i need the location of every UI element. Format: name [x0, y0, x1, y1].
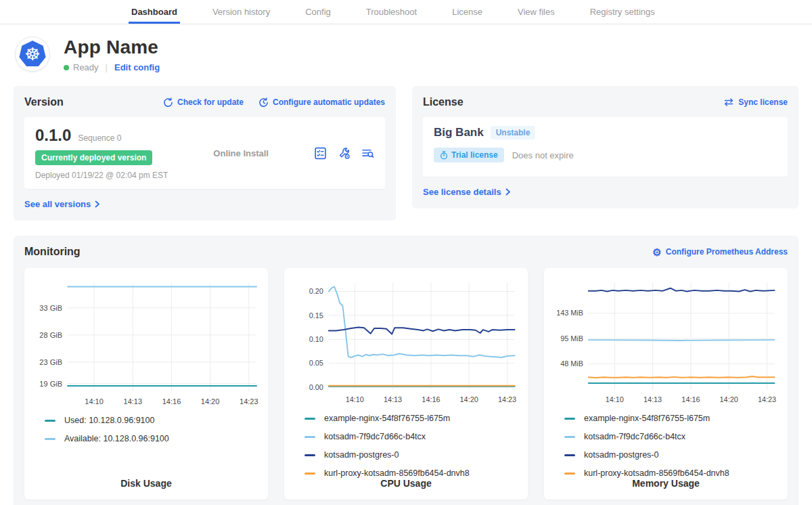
app-logo: ☸	[15, 37, 50, 72]
legend-color-dash	[564, 418, 575, 420]
version-sequence: Sequence 0	[78, 133, 121, 143]
tab-config[interactable]: Config	[302, 1, 334, 24]
tab-view-files[interactable]: View files	[515, 1, 558, 24]
license-expiry: Does not expire	[512, 150, 574, 160]
current-version-panel: 0.1.0 Sequence 0 Currently deployed vers…	[24, 117, 385, 189]
check-for-update-button[interactable]: Check for update	[163, 97, 244, 108]
svg-text:0.00: 0.00	[309, 383, 323, 391]
clock-refresh-icon	[258, 97, 269, 108]
legend-item: kotsadm-postgres-0	[564, 450, 780, 460]
version-card-title: Version	[24, 96, 64, 108]
cpu-usage-chart-panel: 0.000.050.100.150.2014:1014:1314:1614:20…	[284, 268, 528, 500]
svg-text:14:13: 14:13	[384, 395, 402, 403]
license-panel: Big Bank Unstable Trial license Does not…	[423, 117, 788, 177]
svg-text:14:16: 14:16	[162, 397, 181, 405]
legend-color-dash	[564, 436, 575, 438]
legend-label: Used: 10.128.0.96:9100	[64, 416, 154, 425]
chart-title: Disk Usage	[32, 478, 260, 489]
legend-color-dash	[45, 438, 55, 440]
legend-color-dash	[564, 473, 575, 475]
monitoring-title: Monitoring	[24, 246, 81, 258]
tab-license[interactable]: License	[449, 1, 485, 24]
svg-text:95 MiB: 95 MiB	[560, 334, 583, 343]
disk-usage-chart-panel: 19 GiB23 GiB28 GiB33 GiB14:1014:1314:161…	[24, 268, 268, 500]
legend-color-dash	[304, 473, 315, 475]
configure-prometheus-button[interactable]: ⚙ Configure Prometheus Address	[652, 247, 788, 257]
legend-color-dash	[304, 454, 315, 456]
deployed-timestamp: Deployed 01/19/22 @ 02:04 pm EST	[35, 171, 168, 180]
svg-text:0.20: 0.20	[309, 287, 323, 295]
legend-item: Available: 10.128.0.96:9100	[45, 434, 260, 443]
license-name: Big Bank	[434, 126, 484, 139]
tab-troubleshoot[interactable]: Troubleshoot	[363, 1, 420, 24]
legend-label: kotsadm-7f9dc7d66c-b4tcx	[324, 432, 426, 441]
tab-version-history[interactable]: Version history	[210, 1, 273, 24]
version-number: 0.1.0	[35, 126, 71, 145]
app-header: ☸ App Name Ready | Edit config	[0, 24, 812, 72]
gear-icon: ⚙	[652, 247, 661, 257]
legend-color-dash	[45, 420, 55, 422]
svg-text:48 MiB: 48 MiB	[560, 359, 583, 368]
stopwatch-icon	[440, 151, 448, 160]
svg-text:0.05: 0.05	[309, 359, 323, 367]
app-title: App Name	[64, 37, 160, 58]
status-dot-icon	[64, 65, 69, 70]
svg-text:0.10: 0.10	[309, 335, 323, 343]
svg-text:14:16: 14:16	[422, 395, 440, 403]
legend-item: example-nginx-54f8f76755-l675m	[564, 414, 780, 423]
memory-usage-chart-panel: 48 MiB95 MiB143 MiB14:1014:1314:1614:201…	[544, 268, 788, 500]
see-all-versions-link[interactable]: See all versions	[24, 199, 100, 209]
legend-label: kotsadm-postgres-0	[324, 450, 399, 460]
version-card: Version Check for update Configure autom…	[14, 86, 396, 221]
sync-license-button[interactable]: Sync license	[723, 97, 788, 107]
tab-registry-settings[interactable]: Registry settings	[587, 1, 658, 24]
monitoring-card: Monitoring ⚙ Configure Prometheus Addres…	[14, 236, 798, 505]
app-status: Ready	[73, 62, 99, 72]
deployed-badge: Currently deployed version	[35, 150, 152, 165]
config-wrench-icon[interactable]	[338, 147, 351, 160]
install-type-label: Online Install	[168, 148, 314, 158]
svg-text:14:13: 14:13	[124, 397, 143, 405]
chart-title: CPU Usage	[292, 478, 520, 489]
channel-badge: Unstable	[491, 126, 536, 139]
disk-usage-chart: 19 GiB23 GiB28 GiB33 GiB14:1014:1314:161…	[32, 276, 260, 409]
svg-text:14:23: 14:23	[240, 397, 258, 405]
divider: |	[106, 62, 108, 72]
top-nav: DashboardVersion historyConfigTroublesho…	[0, 0, 812, 24]
svg-text:14:20: 14:20	[201, 397, 220, 405]
sync-arrows-icon	[723, 97, 734, 107]
svg-text:23 GiB: 23 GiB	[39, 358, 62, 366]
legend-item: kurl-proxy-kotsadm-8569fb6454-dnvh8	[304, 468, 520, 478]
svg-text:143 MiB: 143 MiB	[556, 309, 583, 317]
legend-color-dash	[304, 418, 315, 420]
legend-label: kurl-proxy-kotsadm-8569fb6454-dnvh8	[324, 468, 470, 478]
chevron-right-icon	[95, 200, 100, 208]
deploy-logs-icon[interactable]	[361, 147, 374, 160]
preflight-checks-icon[interactable]	[314, 147, 327, 160]
legend-item: Used: 10.128.0.96:9100	[45, 416, 260, 425]
legend-label: example-nginx-54f8f76755-l675m	[584, 414, 710, 423]
svg-text:33 GiB: 33 GiB	[39, 304, 62, 312]
svg-text:14:20: 14:20	[460, 395, 478, 403]
cpu-usage-chart: 0.000.050.100.150.2014:1014:1314:1614:20…	[292, 276, 520, 407]
license-card-title: License	[423, 96, 464, 108]
svg-text:14:20: 14:20	[720, 395, 738, 403]
tab-dashboard[interactable]: Dashboard	[129, 1, 180, 24]
legend-label: kotsadm-postgres-0	[584, 450, 658, 460]
svg-text:14:13: 14:13	[644, 395, 662, 403]
configure-automatic-updates-button[interactable]: Configure automatic updates	[258, 97, 385, 108]
edit-config-link[interactable]: Edit config	[114, 62, 160, 72]
svg-text:14:10: 14:10	[85, 397, 104, 405]
svg-text:14:23: 14:23	[498, 395, 516, 403]
legend-item: kotsadm-postgres-0	[304, 450, 520, 460]
legend-item: example-nginx-54f8f76755-l675m	[304, 414, 520, 423]
svg-text:14:23: 14:23	[758, 395, 776, 403]
svg-text:0.15: 0.15	[309, 311, 323, 320]
legend-item: kurl-proxy-kotsadm-8569fb6454-dnvh8	[564, 468, 780, 478]
license-card: License Sync license Big Bank Unstable T…	[412, 86, 798, 208]
svg-text:14:16: 14:16	[681, 395, 700, 403]
legend-label: kotsadm-7f9dc7d66c-b4tcx	[584, 432, 685, 441]
legend-label: Available: 10.128.0.96:9100	[64, 434, 169, 443]
trial-license-badge: Trial license	[434, 148, 504, 162]
see-license-details-link[interactable]: See license details	[423, 187, 511, 197]
